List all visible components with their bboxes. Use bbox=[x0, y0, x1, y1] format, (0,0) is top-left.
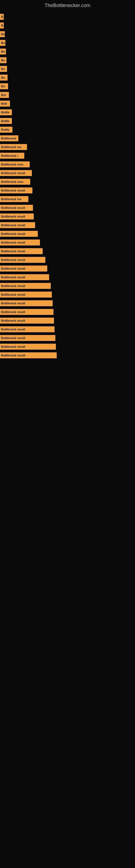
bar-row: B bbox=[0, 13, 135, 20]
bar-row: Bottleneck result bbox=[0, 187, 135, 194]
bar-item: Bottleneck result bbox=[0, 231, 38, 237]
bar-row: Bottleneck result bbox=[0, 308, 135, 315]
bar-row: Bottleneck result bbox=[0, 222, 135, 229]
bar-label: Bottleneck bbox=[1, 137, 16, 140]
bar-label: Bo bbox=[1, 85, 5, 88]
bar-item: Bottleneck result bbox=[0, 214, 34, 219]
bar-row: Bott bbox=[0, 100, 135, 107]
bar-row: Bottleneck res bbox=[0, 144, 135, 151]
bar-label: Bottleneck result bbox=[1, 241, 25, 244]
bar-item: Bo bbox=[0, 83, 8, 89]
bar-label: Bo bbox=[1, 41, 5, 44]
bar-label: Bottleneck result bbox=[1, 206, 25, 209]
bar-row: Bo bbox=[0, 65, 135, 72]
bar-row: Bo bbox=[0, 39, 135, 46]
bar-row: Bottleneck result bbox=[0, 317, 135, 324]
bar-item: Bottleneck result bbox=[0, 352, 57, 358]
bar-item: Bottleneck result bbox=[0, 257, 45, 263]
bar-item: Bottleneck result bbox=[0, 309, 53, 315]
bar-item: Bot bbox=[0, 92, 9, 98]
bar-row: Bottleneck resu bbox=[0, 178, 135, 185]
bar-label: Bottleneck result bbox=[1, 172, 25, 175]
bar-item: Bottleneck res bbox=[0, 144, 27, 150]
bar-label: B bbox=[1, 24, 3, 27]
bar-label: Bot bbox=[1, 93, 6, 97]
bar-item: Bottleneck result bbox=[0, 283, 51, 289]
bar-label: Bottleneck result bbox=[1, 250, 25, 253]
bar-item: Bottleneck result bbox=[0, 326, 54, 332]
bar-row: Bo bbox=[0, 83, 135, 90]
bar-row: Bottleneck result bbox=[0, 169, 135, 177]
bar-item: Bottle bbox=[0, 109, 12, 115]
bar-row: Bottleneck result bbox=[0, 326, 135, 333]
bar-row: Bo bbox=[0, 57, 135, 64]
bar-row: Bottleneck result bbox=[0, 256, 135, 264]
bar-item: Bo bbox=[0, 74, 8, 81]
bar-label: Bottleneck resu bbox=[1, 180, 24, 183]
bar-label: Bottleneck result bbox=[1, 189, 25, 192]
bar-item: Bottleneck r bbox=[0, 153, 24, 159]
bar-label: Bottleneck result bbox=[1, 223, 25, 227]
bar-row: Bottleneck result bbox=[0, 213, 135, 220]
bar-label: Bo bbox=[1, 50, 5, 53]
bar-item: B bbox=[0, 23, 4, 29]
bar-item: Bottleneck resu bbox=[0, 161, 30, 167]
bar-item: Bottleneck bbox=[0, 135, 18, 141]
bar-row: Bottle bbox=[0, 126, 135, 133]
bar-item: Bottleneck result bbox=[0, 240, 40, 246]
bar-row: Bo bbox=[0, 31, 135, 38]
bar-row: Bottleneck result bbox=[0, 248, 135, 255]
bar-row: Bottleneck r bbox=[0, 152, 135, 159]
bar-item: Bo bbox=[0, 31, 5, 37]
bar-label: Bottleneck result bbox=[1, 232, 25, 236]
bar-row: Bottleneck result bbox=[0, 239, 135, 246]
bar-row: Bot bbox=[0, 91, 135, 98]
bar-item: Bott bbox=[0, 101, 10, 106]
bar-row: Bottleneck result bbox=[0, 352, 135, 359]
bar-item: Bottleneck result bbox=[0, 266, 47, 272]
bar-item: Bottleneck result bbox=[0, 187, 32, 193]
bar-label: Bottleneck r bbox=[1, 154, 18, 157]
bar-row: Bottleneck bbox=[0, 135, 135, 142]
bar-item: Bottleneck result bbox=[0, 344, 56, 350]
bar-label: B bbox=[1, 15, 3, 19]
bar-label: Bottleneck result bbox=[1, 354, 25, 357]
bar-item: Bottleneck result bbox=[0, 274, 49, 280]
bar-label: Bo bbox=[1, 76, 5, 79]
bar-item: Bottleneck result bbox=[0, 170, 32, 176]
bar-row: Bottleneck result bbox=[0, 343, 135, 350]
bar-row: Bo bbox=[0, 74, 135, 81]
bar-item: Bottleneck res bbox=[0, 196, 28, 202]
bar-item: Bottleneck result bbox=[0, 335, 55, 341]
bar-label: Bottle bbox=[1, 128, 9, 131]
bar-label: Bo bbox=[1, 33, 5, 36]
bar-label: Bo bbox=[1, 67, 5, 70]
bar-row: Bottleneck result bbox=[0, 274, 135, 281]
bar-row: Bo bbox=[0, 48, 135, 55]
bar-row: Bottleneck result bbox=[0, 300, 135, 307]
bar-label: Bottleneck result bbox=[1, 302, 25, 305]
bar-label: Bottleneck res bbox=[1, 145, 21, 149]
bar-item: Bo bbox=[0, 40, 5, 46]
bar-item: Bo bbox=[0, 57, 6, 63]
bar-item: Bottleneck resu bbox=[0, 179, 30, 185]
bar-item: Bottleneck result bbox=[0, 318, 54, 323]
bar-label: Bott bbox=[1, 102, 7, 105]
bar-row: Bottleneck res bbox=[0, 195, 135, 203]
bar-label: Bottleneck res bbox=[1, 197, 21, 201]
bar-row: Bottle bbox=[0, 109, 135, 116]
bar-item: Bottleneck result bbox=[0, 205, 33, 211]
bar-label: Bottleneck result bbox=[1, 336, 25, 340]
bar-label: Bottleneck result bbox=[1, 258, 25, 261]
bar-label: Bottle bbox=[1, 111, 9, 114]
bar-label: Bottleneck result bbox=[1, 319, 25, 322]
bar-item: B bbox=[0, 14, 4, 20]
bar-label: Bottleneck result bbox=[1, 267, 25, 270]
bar-label: Bottleneck result bbox=[1, 345, 25, 348]
bar-item: Bo bbox=[0, 66, 7, 72]
bar-label: Bottleneck result bbox=[1, 215, 25, 218]
bar-item: Bottleneck result bbox=[0, 291, 52, 298]
bar-item: Bottleneck result bbox=[0, 222, 35, 228]
bar-item: Bo bbox=[0, 49, 6, 55]
bar-label: Bottleneck result bbox=[1, 276, 25, 279]
